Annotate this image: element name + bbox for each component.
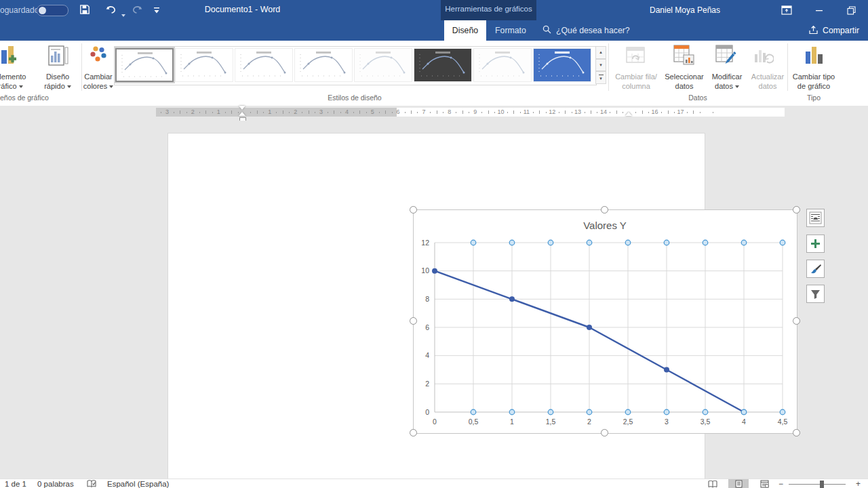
gridline-handle-bottom[interactable] [471, 409, 476, 415]
ruler-tick [180, 110, 180, 114]
document-page[interactable]: Valores Y02468101200,511,522,533,544,5 [167, 133, 705, 488]
customize-qat-icon[interactable] [153, 5, 160, 18]
group-label-datos: Datos [610, 94, 785, 102]
first-line-indent-marker[interactable] [239, 106, 245, 110]
tab-formato[interactable]: Formato [490, 20, 532, 41]
gridline-handle-bottom[interactable] [664, 409, 669, 415]
redo-icon[interactable] [131, 3, 144, 17]
x-axis-tick-label: 0,5 [469, 418, 479, 426]
select-data-button[interactable]: Seleccionardatos [663, 72, 705, 91]
zoom-in-button[interactable]: + [856, 479, 861, 488]
document-canvas[interactable]: Valores Y02468101200,511,522,533,544,5 [0, 121, 868, 479]
share-button[interactable]: Compartir [808, 20, 859, 41]
hanging-indent-marker[interactable] [239, 112, 245, 116]
chart-style-thumbnail-1[interactable] [115, 48, 174, 82]
gridline-handle-bottom[interactable] [509, 409, 515, 415]
page-indicator[interactable]: 1 de 1 [5, 479, 26, 488]
zoom-slider-track[interactable] [789, 484, 846, 485]
ruler-tick [430, 112, 431, 113]
gallery-scroll-down-icon[interactable]: ▾ [595, 59, 606, 72]
data-point-marker[interactable] [587, 325, 592, 330]
tab-diseno-contextual[interactable]: Diseño [444, 20, 486, 41]
chart-object-frame[interactable]: Valores Y02468101200,511,522,533,544,5 [413, 209, 797, 434]
group-label-tipo: Tipo [789, 94, 838, 102]
save-icon[interactable] [79, 3, 92, 17]
chart-filters-button[interactable] [806, 285, 825, 303]
ribbon-display-options-icon[interactable] [778, 3, 795, 18]
chart-style-thumbnail-2[interactable] [175, 48, 233, 82]
chart-style-thumbnail-3[interactable] [235, 48, 293, 82]
change-chart-type-button[interactable]: Cambiar tipo de gráfico [789, 72, 838, 91]
gridline-handle-top[interactable] [664, 240, 669, 245]
edit-data-button[interactable]: Modificardatos [707, 72, 747, 91]
change-colors-button[interactable]: Cambiar colores [80, 72, 117, 91]
gridline-handle-top[interactable] [548, 240, 553, 245]
gridline-handle-bottom[interactable] [741, 409, 747, 415]
gridline-handle-top[interactable] [625, 240, 631, 245]
gridline-handle-top[interactable] [509, 240, 515, 245]
gallery-scroll-up-icon[interactable]: ▴ [595, 46, 606, 59]
print-layout-button[interactable] [728, 479, 749, 488]
chart-title[interactable]: Valores Y [583, 220, 627, 231]
signed-in-user[interactable]: Daniel Moya Peñas [644, 5, 726, 15]
minimize-button[interactable] [811, 3, 827, 18]
chart-style-thumbnail-8[interactable] [533, 48, 591, 82]
gridline-handle-top[interactable] [741, 240, 747, 245]
ribbon-tab-bar: oInicioInsertarDiseñoDiseñoReferenciasCo… [0, 20, 868, 41]
layout-options-button[interactable] [806, 209, 825, 227]
select-data-icon [673, 45, 695, 69]
ruler-tick [456, 112, 456, 113]
quick-layout-button[interactable]: Diseño rápido [35, 72, 80, 91]
data-point-marker[interactable] [509, 296, 515, 302]
data-point-marker[interactable] [432, 268, 437, 274]
gridline-handle-bottom[interactable] [703, 409, 708, 415]
tell-me-search[interactable]: ¿Qué desea hacer? [542, 20, 630, 41]
gridline-handle-top[interactable] [780, 240, 785, 245]
ruler-tick [328, 112, 328, 113]
gridline-handle-top[interactable] [703, 240, 708, 245]
proofing-status-icon[interactable] [87, 480, 96, 488]
gridline-handle-top[interactable] [471, 240, 476, 245]
chart-selection-handle[interactable] [601, 206, 608, 214]
x-axis-tick-label: 1,5 [546, 418, 556, 426]
gridline-handle-bottom[interactable] [587, 409, 592, 415]
word-window: oguardado Documento1 - Word Herramientas… [0, 0, 868, 488]
gridline-handle-top[interactable] [587, 240, 592, 245]
restore-button[interactable] [843, 3, 859, 18]
gridline-handle-bottom[interactable] [625, 409, 631, 415]
zoom-out-button[interactable]: − [778, 479, 783, 488]
add-chart-element-button[interactable]: r elemento gráfico [0, 72, 41, 91]
read-mode-button[interactable] [703, 479, 723, 488]
autosave-toggle[interactable] [37, 5, 68, 16]
chart-selection-handle[interactable] [410, 317, 417, 325]
chart-selection-handle[interactable] [601, 429, 608, 436]
chart-selection-handle[interactable] [793, 206, 800, 214]
web-layout-button[interactable] [754, 479, 774, 488]
undo-dropdown-caret[interactable] [119, 9, 125, 21]
language-indicator[interactable]: Español (España) [107, 479, 169, 488]
chart-selection-handle[interactable] [410, 429, 417, 436]
zoom-slider-handle[interactable] [820, 481, 824, 488]
ruler-number: 5 [368, 108, 376, 115]
data-point-marker[interactable] [664, 367, 669, 373]
ruler-tick [392, 112, 393, 113]
ruler-tick [411, 110, 412, 114]
chart-elements-button[interactable] [806, 235, 825, 253]
chart-styles-button[interactable] [806, 260, 825, 278]
undo-icon[interactable] [105, 3, 119, 17]
chart-selection-handle[interactable] [793, 317, 800, 325]
chart-style-thumbnail-5[interactable] [354, 48, 412, 82]
chart-style-thumbnail-6[interactable] [414, 48, 472, 82]
word-count[interactable]: 0 palabras [37, 479, 74, 488]
ruler-tick [642, 110, 643, 114]
gridline-handle-bottom[interactable] [780, 409, 785, 415]
chart-selection-handle[interactable] [793, 429, 800, 436]
chart-style-thumbnail-4[interactable] [294, 48, 353, 82]
right-indent-marker[interactable] [625, 112, 632, 116]
chart-style-thumbnail-7[interactable] [473, 48, 532, 82]
gallery-more-icon[interactable]: ▾ [595, 71, 606, 84]
gridline-handle-bottom[interactable] [548, 409, 553, 415]
dropdown-caret [67, 85, 71, 88]
refresh-data-button: Actualizardatos [749, 72, 787, 91]
chart-selection-handle[interactable] [410, 206, 417, 214]
